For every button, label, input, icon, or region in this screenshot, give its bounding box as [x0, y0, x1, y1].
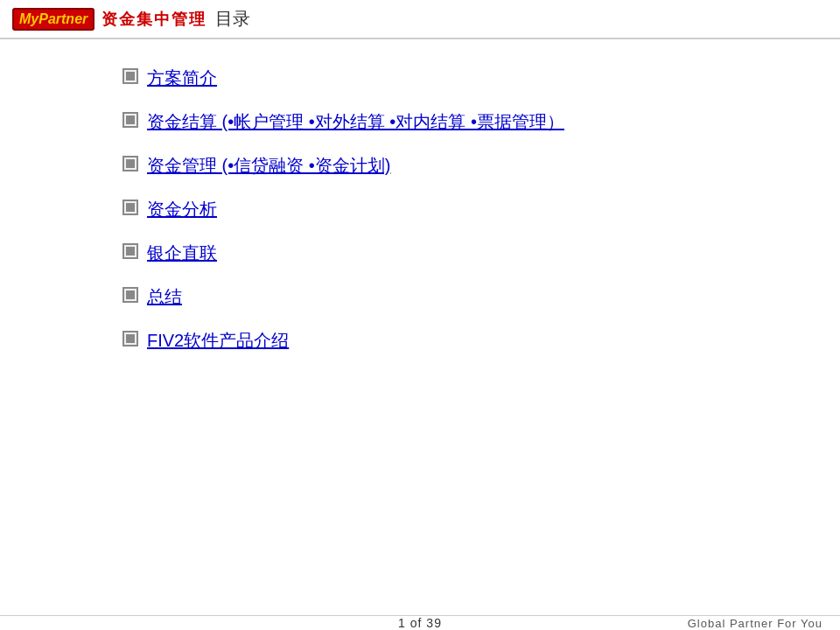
menu-link-6[interactable]: 总结: [147, 284, 182, 309]
menu-link-4[interactable]: 资金分析: [147, 197, 217, 221]
menu-item: 银企直联: [122, 241, 718, 265]
page-info: 1 of 39: [398, 616, 442, 630]
menu-item: FIV2软件产品介绍: [122, 328, 718, 353]
menu-item: 总结: [122, 284, 718, 309]
page-of: of 39: [410, 616, 442, 630]
menu-link-5[interactable]: 银企直联: [147, 241, 217, 265]
logo-text: MyPartner: [19, 11, 88, 26]
logo-box: MyPartner: [12, 8, 94, 31]
menu-item: 资金分析: [122, 197, 718, 221]
menu-item: 方案简介: [122, 66, 718, 90]
main-content: 方案简介资金结算 (•帐户管理 •对外结算 •对内结算 •票据管理）资金管理 (…: [0, 39, 840, 389]
bullet-icon: [122, 68, 138, 84]
menu-link-2[interactable]: 资金结算 (•帐户管理 •对外结算 •对内结算 •票据管理）: [147, 109, 564, 134]
bullet-icon: [122, 200, 138, 215]
menu-item: 资金结算 (•帐户管理 •对外结算 •对内结算 •票据管理）: [122, 109, 718, 134]
menu-link-7[interactable]: FIV2软件产品介绍: [147, 328, 289, 353]
bullet-icon: [122, 156, 138, 172]
page-current: 1: [398, 616, 406, 630]
footer-brand: Global Partner For You: [688, 617, 822, 630]
header-title: 目录: [215, 7, 250, 31]
bullet-icon: [122, 112, 138, 128]
subtitle: 资金集中管理: [102, 9, 206, 30]
bullet-icon: [122, 331, 138, 346]
header: MyPartner 资金集中管理 目录: [0, 0, 840, 39]
bullet-icon: [122, 287, 138, 303]
menu-item: 资金管理 (•信贷融资 •资金计划): [122, 153, 718, 178]
menu-link-3[interactable]: 资金管理 (•信贷融资 •资金计划): [147, 153, 390, 178]
menu-link-1[interactable]: 方案简介: [147, 66, 217, 90]
footer: 1 of 39 Global Partner For You: [0, 615, 840, 630]
bullet-icon: [122, 243, 138, 259]
